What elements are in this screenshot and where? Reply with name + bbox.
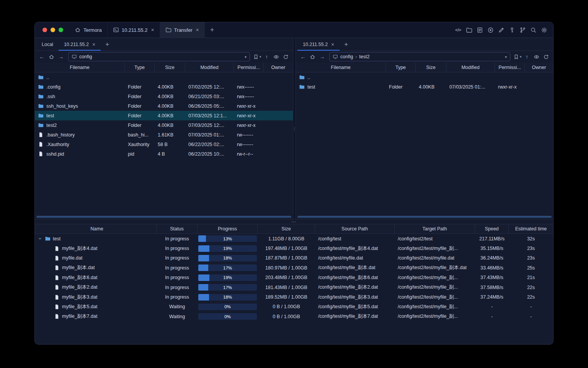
show-hidden-button[interactable] [532, 53, 541, 61]
refresh-button[interactable] [281, 53, 290, 61]
transfer-row[interactable]: myfile_副本3.dat In progress 18% 189.52MB … [35, 292, 553, 302]
show-hidden-button[interactable] [272, 53, 281, 61]
column-header-progress[interactable]: Progress [198, 224, 258, 233]
transfer-row[interactable]: myfile.dat In progress 18% 187.87MB / 1.… [35, 253, 553, 263]
panel-tab[interactable]: 10.211.55.2 × [59, 38, 101, 51]
bookmark-button[interactable]: ▾ [253, 53, 261, 61]
path-breadcrumb[interactable]: › config ▾ [68, 52, 250, 61]
panel-tab[interactable]: Local × [36, 38, 59, 51]
column-header-owner[interactable]: Owner [525, 62, 553, 72]
file-row[interactable]: test Folder 4.00KB 07/03/2025 01:... rwx… [296, 82, 553, 92]
branch-icon[interactable] [519, 26, 526, 34]
file-row[interactable]: .bash_history bash_hi... 1.61KB 07/03/20… [35, 130, 293, 140]
column-header-type[interactable]: Type [125, 62, 155, 72]
bookmark-button[interactable]: ▾ [513, 53, 522, 61]
file-row[interactable]: sshd.pid pid 4 B 06/22/2025 10:... rw-r-… [35, 149, 293, 159]
column-header-modified[interactable]: Modified [446, 62, 495, 72]
column-header-name[interactable]: Name [35, 224, 157, 233]
column-header-size[interactable]: Size [416, 62, 446, 72]
close-tab-icon[interactable]: × [151, 27, 154, 33]
file-icon [54, 255, 60, 261]
column-header-size[interactable]: Size [155, 62, 185, 72]
file-row[interactable]: ssh_host_keys Folder 4.00KB 06/26/2025 0… [35, 101, 293, 111]
column-header-modified[interactable]: Modified [185, 62, 234, 72]
file-size-cell: 4.00KB [155, 82, 185, 92]
search-icon[interactable] [529, 26, 537, 34]
file-row[interactable]: .config Folder 4.00KB 07/02/2025 12:... … [35, 82, 293, 92]
edit-icon[interactable] [497, 26, 505, 34]
home-button[interactable] [308, 53, 317, 61]
transfer-progress-cell: 17% [198, 263, 258, 273]
upload-button[interactable]: ↑ [262, 53, 271, 61]
panel-splitter[interactable]: ⋮ [293, 38, 296, 219]
breadcrumb-segment[interactable]: config [340, 54, 353, 59]
file-row[interactable]: .ssh Folder 4.00KB 06/21/2025 03:... rwx… [35, 92, 293, 101]
transfer-row[interactable]: myfile_副本7.dat Waiting 0% 0 B / 1.00GB /… [35, 312, 553, 321]
transfer-row[interactable]: myfile_副本4.dat In progress 19% 197.48MB … [35, 243, 553, 253]
key-icon[interactable] [508, 26, 516, 34]
file-size-cell: 4 B [155, 149, 185, 159]
forward-button[interactable]: → [57, 53, 65, 61]
back-button[interactable]: ← [299, 53, 307, 61]
close-window-button[interactable] [42, 28, 47, 32]
file-name: test [46, 113, 54, 118]
file-type-icon [38, 94, 44, 99]
column-header-permissions[interactable]: Permissi... [234, 62, 264, 72]
new-tab-button[interactable]: + [205, 22, 220, 38]
refresh-button[interactable] [542, 53, 550, 61]
transfer-row[interactable]: myfile_副本2.dat In progress 17% 181.43MB … [35, 283, 553, 292]
folder-icon[interactable] [465, 26, 473, 34]
close-tab-icon[interactable]: × [331, 42, 334, 47]
home-button[interactable] [47, 53, 56, 61]
breadcrumb-segment[interactable]: test2 [359, 54, 369, 59]
path-breadcrumb[interactable]: › config › test2 ▾ [329, 52, 510, 61]
column-header-filename[interactable]: Filename [35, 62, 125, 72]
column-header-type[interactable]: Type [386, 62, 416, 72]
chevron-down-icon[interactable]: ▾ [505, 55, 507, 59]
column-header-target-path[interactable]: Target Path [395, 224, 475, 233]
column-header-source-path[interactable]: Source Path [315, 224, 395, 233]
forward-button[interactable]: → [318, 53, 327, 61]
panel-tab[interactable]: 10.211.55.2 × [297, 38, 340, 51]
column-header-owner[interactable]: Owner [264, 62, 293, 72]
add-panel-tab-button[interactable]: + [101, 38, 114, 51]
file-row[interactable]: test Folder 4.00KB 07/03/2025 12:1... rw… [35, 111, 293, 120]
app-tab[interactable]: Transfer × [160, 22, 205, 38]
minimize-window-button[interactable] [51, 28, 55, 32]
column-header-speed[interactable]: Speed [475, 224, 509, 233]
record-icon[interactable] [487, 26, 494, 34]
log-icon[interactable] [476, 26, 483, 34]
back-button[interactable]: ← [38, 53, 46, 61]
horizontal-scrollbar[interactable] [36, 216, 291, 218]
transfer-row[interactable]: myfile_副本5.dat Waiting 0% 0 B / 1.00GB /… [35, 302, 553, 312]
file-row[interactable]: .. [296, 72, 553, 82]
transfer-row[interactable]: test In progress 13% 1.11GB / 8.00GB /co… [35, 234, 553, 243]
file-row[interactable]: .Xauthority Xauthority 58 B 06/22/2025 0… [35, 140, 293, 149]
zoom-window-button[interactable] [59, 28, 63, 32]
transfer-row[interactable]: myfile_副本.dat In progress 17% 180.97MB /… [35, 263, 553, 273]
column-header-permissions[interactable]: Permissi... [495, 62, 525, 72]
upload-button[interactable]: ↑ [523, 53, 531, 61]
file-row[interactable]: test2 Folder 4.00KB 07/03/2025 12:... rw… [35, 120, 293, 130]
chevron-down-icon[interactable]: ▾ [245, 55, 247, 59]
add-panel-tab-button[interactable]: + [340, 38, 353, 51]
file-modified-cell: 07/02/2025 12:... [185, 82, 234, 92]
file-row[interactable]: .. [35, 72, 293, 82]
transfer-splitter[interactable]: ⋯ [35, 219, 553, 224]
close-tab-icon[interactable]: × [92, 42, 95, 47]
column-header-status[interactable]: Status [157, 224, 198, 233]
transfer-row[interactable]: myfile_副本6.dat In progress 19% 203.48MB … [35, 273, 553, 283]
expand-collapse-icon[interactable] [38, 236, 42, 241]
file-name-cell: .ssh [35, 92, 125, 101]
settings-icon[interactable] [540, 26, 548, 34]
code-icon[interactable]: </> [454, 26, 462, 34]
transfer-progress-cell: 0% [198, 312, 258, 321]
horizontal-scrollbar[interactable] [297, 216, 552, 218]
app-tab[interactable]: 10.211.55.2 × [108, 22, 160, 38]
app-tab[interactable]: Termora × [69, 22, 108, 38]
column-header-size[interactable]: Size [258, 224, 315, 233]
breadcrumb-segment[interactable]: config [79, 54, 92, 59]
column-header-filename[interactable]: Filename [296, 62, 386, 72]
column-header-estimated-time[interactable]: Estimated time [509, 224, 553, 233]
close-tab-icon[interactable]: × [196, 27, 199, 33]
